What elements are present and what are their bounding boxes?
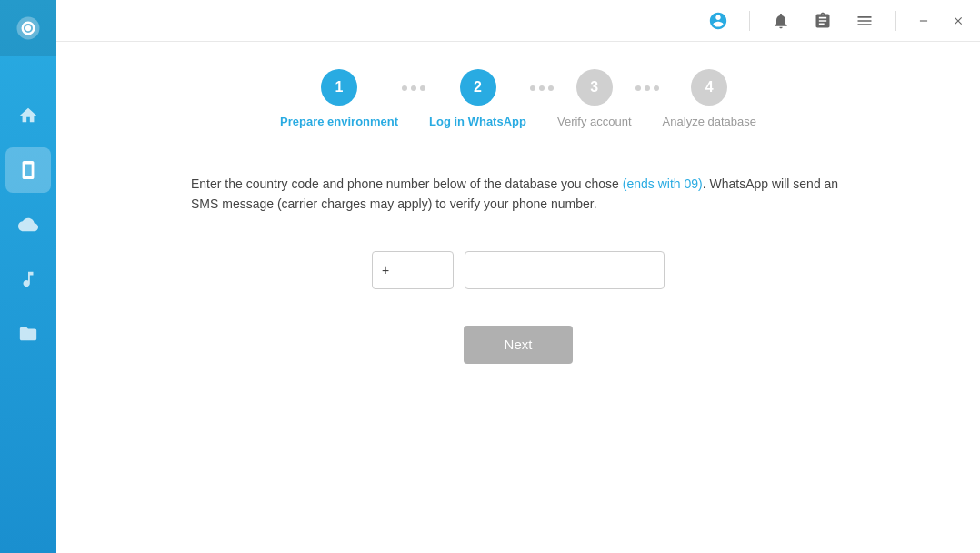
logo-icon xyxy=(15,15,42,42)
dot xyxy=(402,85,407,91)
main-area: 1 Prepare environment 2 Log in WhatsApp xyxy=(56,0,980,553)
step-2-circle: 2 xyxy=(460,69,496,106)
stepper: 1 Prepare environment 2 Log in WhatsApp xyxy=(111,69,925,128)
menu-icon xyxy=(855,12,874,30)
titlebar-divider-2 xyxy=(895,11,896,31)
device-icon xyxy=(18,160,38,180)
sidebar-item-home[interactable] xyxy=(5,93,51,138)
sidebar-nav xyxy=(5,93,51,553)
step-1-label: Prepare environment xyxy=(280,115,398,128)
sidebar-item-files[interactable] xyxy=(5,311,51,357)
country-code-wrapper: + xyxy=(372,251,454,289)
dot xyxy=(548,85,554,91)
files-icon xyxy=(18,324,38,344)
description-highlight: (ends with 09) xyxy=(623,176,703,191)
titlebar xyxy=(56,0,980,42)
sidebar-item-device[interactable] xyxy=(5,147,51,193)
description-text: Enter the country code and phone number … xyxy=(191,174,845,215)
sidebar-item-cloud[interactable] xyxy=(5,202,51,247)
step-4-number: 4 xyxy=(705,79,714,96)
titlebar-divider-1 xyxy=(749,11,750,31)
phone-number-input[interactable] xyxy=(465,251,665,289)
step-4: 4 Analyze database xyxy=(663,69,756,128)
step-3-circle: 3 xyxy=(576,69,613,106)
dot xyxy=(635,85,641,91)
notification-button[interactable] xyxy=(766,6,795,35)
home-icon xyxy=(18,106,38,126)
clipboard-button[interactable] xyxy=(808,6,837,35)
app-logo xyxy=(0,0,56,56)
step-3: 3 Verify account xyxy=(557,69,632,128)
step-2: 2 Log in WhatsApp xyxy=(429,69,526,128)
dots-2-3 xyxy=(530,85,554,91)
step-3-label: Verify account xyxy=(557,115,632,128)
cloud-icon xyxy=(18,215,38,235)
next-button-wrapper: Next xyxy=(111,326,925,364)
dot xyxy=(411,85,416,91)
step-1-circle: 1 xyxy=(321,69,357,106)
dot xyxy=(420,85,425,91)
step-4-label: Analyze database xyxy=(663,115,756,128)
profile-icon xyxy=(708,11,728,31)
step-1-number: 1 xyxy=(335,79,344,96)
step-4-circle: 4 xyxy=(691,69,727,106)
profile-button[interactable] xyxy=(704,6,733,35)
sidebar xyxy=(0,0,56,553)
dot xyxy=(654,85,659,91)
close-button[interactable] xyxy=(947,10,969,32)
minimize-icon xyxy=(917,15,930,27)
content-area: 1 Prepare environment 2 Log in WhatsApp xyxy=(56,42,980,553)
minimize-button[interactable] xyxy=(913,10,935,32)
dots-3-4 xyxy=(635,85,659,91)
dot xyxy=(530,85,535,91)
sidebar-item-music[interactable] xyxy=(5,256,51,302)
dot xyxy=(645,85,650,91)
dot xyxy=(539,85,545,91)
notification-icon xyxy=(772,12,790,30)
plus-symbol: + xyxy=(382,263,389,277)
menu-button[interactable] xyxy=(850,6,879,35)
step-3-number: 3 xyxy=(590,79,598,96)
dots-1-2 xyxy=(402,85,425,91)
next-button[interactable]: Next xyxy=(464,326,573,364)
step-2-number: 2 xyxy=(474,79,482,96)
step-1: 1 Prepare environment xyxy=(280,69,398,128)
country-code-input[interactable] xyxy=(393,263,438,277)
step-2-label: Log in WhatsApp xyxy=(429,115,526,128)
description-main: Enter the country code and phone number … xyxy=(191,176,623,191)
music-icon xyxy=(18,269,38,289)
close-icon xyxy=(952,15,965,27)
titlebar-actions xyxy=(704,6,969,35)
phone-input-area: + xyxy=(111,251,925,289)
clipboard-icon xyxy=(814,12,832,30)
